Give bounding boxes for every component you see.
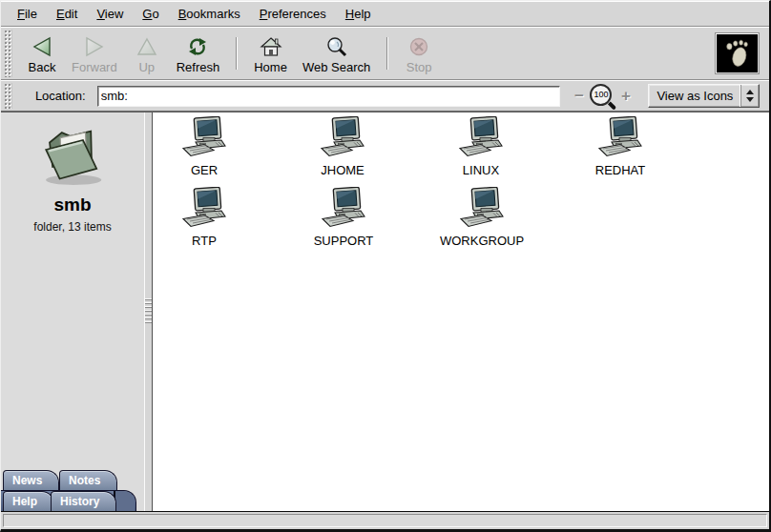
sidebar-tab-history[interactable]: History bbox=[51, 491, 116, 511]
gnome-foot-icon bbox=[717, 34, 758, 72]
sidebar-tab-row-1: News Notes bbox=[1, 469, 144, 490]
view-mode-value: View as Icons bbox=[656, 89, 733, 103]
toolbar-separator bbox=[386, 37, 388, 70]
splitter-grip-icon bbox=[145, 298, 152, 325]
computer-icon bbox=[321, 187, 366, 233]
menu-edit-mnemonic: E bbox=[56, 7, 65, 21]
forward-icon bbox=[83, 35, 106, 57]
refresh-icon bbox=[186, 35, 209, 57]
host-label: RTP bbox=[192, 234, 217, 248]
refresh-button[interactable]: Refresh bbox=[169, 31, 228, 76]
host-item-workgroup[interactable]: WORKGROUP bbox=[429, 187, 534, 248]
home-button[interactable]: Home bbox=[246, 31, 295, 76]
forward-label: Forward bbox=[72, 60, 117, 74]
computer-icon bbox=[181, 116, 227, 162]
zoom-control: − 100 + bbox=[572, 83, 633, 110]
computer-icon bbox=[459, 187, 505, 233]
menu-edit[interactable]: Edit bbox=[53, 5, 80, 23]
partial-tab-edge bbox=[114, 491, 135, 511]
menu-file-label: ile bbox=[25, 7, 37, 21]
stop-icon bbox=[407, 35, 430, 57]
forward-button[interactable]: Forward bbox=[64, 31, 125, 76]
host-item-jhome[interactable]: JHOME bbox=[290, 116, 395, 177]
sidebar-folder-summary: folder, 13 items bbox=[33, 220, 111, 234]
host-item-support[interactable]: SUPPORT bbox=[291, 187, 396, 248]
view-mode-dropdown[interactable]: View as Icons bbox=[648, 84, 760, 108]
magnifier-handle-icon bbox=[608, 101, 616, 110]
sidebar-tab-row-2: Help History bbox=[1, 490, 144, 511]
toolbar-grip-handle[interactable] bbox=[4, 30, 12, 77]
dropdown-spinner-icons bbox=[740, 85, 759, 107]
icon-view[interactable]: GER JHOME LINUX REDHAT RTP SUPPORT bbox=[153, 113, 769, 511]
menu-help[interactable]: Help bbox=[343, 5, 374, 23]
sidebar-empty-space bbox=[1, 234, 144, 469]
sidebar: smb folder, 13 items News Notes Help His… bbox=[1, 113, 144, 511]
status-bar bbox=[1, 511, 769, 529]
tab-history-label: History bbox=[60, 495, 99, 508]
toolbar-separator bbox=[236, 37, 238, 70]
refresh-label: Refresh bbox=[177, 60, 220, 74]
host-label: WORKGROUP bbox=[440, 234, 524, 248]
tab-notes-label: Notes bbox=[69, 474, 100, 487]
sidebar-tab-help[interactable]: Help bbox=[3, 491, 54, 511]
web-search-button[interactable]: Web Search bbox=[295, 31, 378, 76]
menu-preferences[interactable]: Preferences bbox=[257, 5, 329, 23]
chevron-down-icon bbox=[746, 97, 754, 102]
menu-bar: File Edit View Go Bookmarks Preferences … bbox=[1, 1, 769, 27]
computer-icon bbox=[597, 116, 643, 162]
toolbar: Back Forward Up Refresh bbox=[1, 27, 769, 80]
menu-edit-label: dit bbox=[65, 7, 78, 21]
back-button[interactable]: Back bbox=[20, 31, 64, 76]
location-bar-grip-handle[interactable] bbox=[4, 83, 12, 109]
web-search-label: Web Search bbox=[302, 60, 370, 74]
status-bar-field bbox=[3, 514, 767, 527]
menu-file[interactable]: File bbox=[14, 5, 40, 23]
menu-view-mnemonic: V bbox=[96, 7, 104, 21]
location-bar: Location: − 100 + View as Icons bbox=[1, 80, 769, 112]
sidebar-splitter[interactable] bbox=[144, 113, 153, 511]
host-label: GER bbox=[191, 163, 218, 177]
location-input[interactable] bbox=[97, 86, 561, 107]
computer-icon bbox=[320, 116, 365, 162]
home-label: Home bbox=[254, 60, 287, 74]
throbber[interactable] bbox=[715, 32, 760, 74]
computer-icon bbox=[181, 187, 227, 233]
chevron-up-icon bbox=[746, 90, 754, 94]
up-button[interactable]: Up bbox=[125, 31, 169, 76]
menu-view[interactable]: View bbox=[94, 5, 126, 23]
stop-label: Stop bbox=[406, 60, 432, 74]
tab-news-label: News bbox=[12, 474, 42, 487]
menu-go-mnemonic: G bbox=[142, 7, 152, 21]
zoom-level-indicator[interactable]: 100 bbox=[589, 83, 615, 110]
zoom-in-icon[interactable]: + bbox=[618, 88, 633, 104]
back-label: Back bbox=[29, 60, 56, 74]
menu-help-label: elp bbox=[354, 7, 370, 21]
open-folder-icon bbox=[35, 122, 110, 193]
menu-preferences-label: references bbox=[267, 7, 325, 21]
host-label: LINUX bbox=[463, 163, 499, 177]
menu-help-mnemonic: H bbox=[345, 7, 354, 21]
sidebar-info-panel: smb folder, 13 items bbox=[1, 113, 144, 234]
host-item-redhat[interactable]: REDHAT bbox=[568, 116, 673, 177]
content-area: smb folder, 13 items News Notes Help His… bbox=[1, 112, 769, 511]
stop-button[interactable]: Stop bbox=[397, 31, 441, 76]
sidebar-tab-notes[interactable]: Notes bbox=[59, 470, 117, 490]
menu-bookmarks[interactable]: Bookmarks bbox=[176, 5, 243, 23]
host-label: REDHAT bbox=[595, 163, 645, 177]
menu-go[interactable]: Go bbox=[139, 5, 161, 23]
host-item-rtp[interactable]: RTP bbox=[153, 187, 257, 248]
web-search-icon bbox=[325, 35, 348, 57]
home-icon bbox=[260, 35, 282, 57]
host-label: SUPPORT bbox=[314, 234, 374, 248]
zoom-level-value: 100 bbox=[590, 84, 612, 106]
file-manager-window: File Edit View Go Bookmarks Preferences … bbox=[0, 0, 771, 532]
host-item-linux[interactable]: LINUX bbox=[428, 116, 533, 177]
menu-go-label: o bbox=[152, 7, 158, 21]
up-icon bbox=[135, 35, 158, 57]
sidebar-folder-title: smb bbox=[53, 194, 91, 215]
sidebar-tab-news[interactable]: News bbox=[3, 470, 59, 490]
host-item-ger[interactable]: GER bbox=[153, 116, 257, 177]
zoom-out-icon[interactable]: − bbox=[572, 88, 586, 104]
menu-file-mnemonic: F bbox=[17, 7, 25, 21]
menu-view-label: iew bbox=[105, 7, 124, 21]
